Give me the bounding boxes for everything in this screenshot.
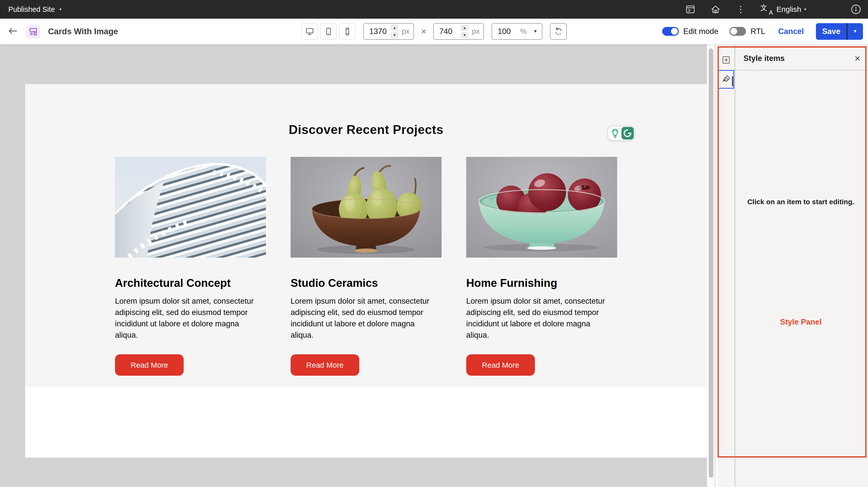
width-value[interactable]: 1370 — [369, 27, 387, 36]
card-body[interactable]: Lorem ipsum dolor sit amet, consectetur … — [115, 295, 261, 341]
pears-bowl-image[interactable] — [290, 157, 441, 258]
save-options-button[interactable]: ▼ — [847, 23, 863, 40]
card-body[interactable]: Lorem ipsum dolor sit amet, consectetur … — [466, 295, 613, 341]
preview-window-button[interactable] — [685, 4, 696, 15]
card-body[interactable]: Lorem ipsum dolor sit amet, consectetur … — [290, 295, 437, 341]
canvas-width-input[interactable]: 1370 ▲ ▼ px — [363, 23, 414, 40]
editor-toolbar: Cards With Image — [0, 19, 868, 44]
chevron-down-icon: ▼ — [533, 29, 537, 34]
editor-canvas[interactable]: Discover Recent Projects — [0, 44, 707, 487]
more-options-button[interactable]: ⋮ — [735, 4, 746, 15]
add-square-icon — [721, 55, 731, 65]
height-unit-label: px — [472, 27, 480, 35]
language-selector[interactable]: 文 A English ▾ — [760, 3, 806, 15]
desktop-view-button[interactable] — [301, 23, 318, 40]
scrollbar-thumb[interactable] — [709, 48, 713, 478]
read-more-button[interactable]: Read More — [466, 354, 535, 376]
section-heading[interactable]: Discover Recent Projects — [25, 84, 707, 137]
style-panel-annotation-label: Style Panel — [735, 318, 867, 326]
panel-strip-divider — [735, 44, 735, 487]
grammarly-widget[interactable] — [608, 126, 635, 141]
read-more-button[interactable]: Read More — [115, 354, 184, 376]
height-value[interactable]: 740 — [439, 27, 457, 36]
info-icon — [850, 3, 862, 15]
back-arrow-icon — [7, 25, 19, 36]
published-site-menu[interactable]: Published Site ▾ — [8, 5, 61, 13]
desktop-icon — [305, 27, 314, 36]
height-step-up-button[interactable]: ▲ — [461, 25, 469, 31]
widget-type-badge — [26, 25, 40, 38]
card-title[interactable]: Home Furnishing — [466, 277, 617, 289]
tablet-view-button[interactable] — [320, 23, 337, 40]
zoom-unit-label: % — [520, 27, 527, 35]
width-unit-label: px — [402, 27, 410, 35]
style-panel: Style items ✕ Click on an item to start … — [717, 44, 868, 487]
mobile-icon — [343, 27, 351, 36]
height-stepper: ▲ ▼ — [461, 25, 469, 38]
style-panel-highlight-border — [717, 46, 867, 458]
scrollbar-track-edge — [714, 44, 716, 487]
cards-row: Architectural Concept Lorem ipsum dolor … — [25, 157, 707, 376]
save-button-group: Save ▼ — [816, 23, 863, 40]
device-switcher — [301, 23, 356, 40]
chevron-down-icon: ▼ — [853, 29, 858, 34]
cards-section[interactable]: Discover Recent Projects — [25, 84, 707, 387]
reset-size-button[interactable] — [550, 23, 567, 40]
zoom-value: 100 — [498, 27, 520, 36]
zoom-select[interactable]: 100 % ▼ — [492, 23, 542, 40]
width-step-down-button[interactable]: ▼ — [391, 32, 399, 38]
panel-title: Style items — [743, 54, 785, 63]
home-button[interactable] — [710, 4, 721, 15]
rtl-toggle[interactable] — [730, 27, 746, 36]
edit-mode-toggle[interactable] — [662, 27, 679, 36]
suggestion-bulb-icon — [609, 127, 621, 139]
chevron-down-icon: ▾ — [59, 7, 61, 11]
add-item-button[interactable] — [717, 51, 735, 69]
width-step-up-button[interactable]: ▲ — [391, 25, 399, 31]
strip-scrollbar-thumb[interactable] — [732, 76, 733, 86]
card-home-furnishing[interactable]: Home Furnishing Lorem ipsum dolor sit am… — [466, 157, 617, 376]
translate-icon: 文 A — [760, 3, 773, 15]
mobile-view-button[interactable] — [339, 23, 356, 40]
top-bar: Published Site ▾ ⋮ 文 A English — [0, 0, 868, 19]
panel-header-divider — [735, 70, 868, 70]
browser-panel-icon — [685, 4, 696, 15]
height-step-down-button[interactable]: ▼ — [461, 32, 469, 38]
dimensions-separator: × — [421, 26, 426, 36]
toggle-knob — [731, 28, 737, 35]
canvas-height-input[interactable]: 740 ▲ ▼ px — [433, 23, 484, 40]
info-button[interactable] — [850, 4, 862, 15]
card-title[interactable]: Architectural Concept — [115, 277, 266, 289]
toggle-knob — [671, 28, 678, 35]
close-panel-button[interactable]: ✕ — [853, 54, 862, 63]
canvas-scrollbar[interactable] — [707, 44, 717, 487]
save-button[interactable]: Save — [816, 23, 847, 40]
kebab-menu-icon: ⋮ — [736, 5, 745, 14]
modern-building-image[interactable] — [115, 157, 266, 258]
published-site-label: Published Site — [8, 5, 55, 13]
language-label: English — [776, 5, 801, 13]
back-button[interactable] — [7, 25, 19, 37]
width-stepper: ▲ ▼ — [391, 25, 399, 38]
paintbrush-icon — [721, 74, 731, 84]
chevron-down-icon: ▾ — [804, 7, 806, 11]
close-icon: ✕ — [854, 54, 861, 63]
card-studio-ceramics[interactable]: Studio Ceramics Lorem ipsum dolor sit am… — [290, 157, 441, 376]
home-icon — [710, 3, 721, 15]
cards-widget-icon — [29, 27, 37, 35]
card-title[interactable]: Studio Ceramics — [290, 277, 441, 289]
edit-mode-label: Edit mode — [683, 27, 718, 36]
tablet-icon — [324, 27, 333, 36]
page-title: Cards With Image — [48, 27, 118, 36]
grammarly-g-icon — [621, 127, 634, 140]
refresh-icon — [554, 27, 563, 36]
site-preview-frame[interactable]: Discover Recent Projects — [25, 84, 707, 458]
panel-hint-text: Click on an item to start editing. — [735, 198, 867, 206]
card-architectural-concept[interactable]: Architectural Concept Lorem ipsum dolor … — [115, 157, 266, 376]
plums-bowl-image[interactable] — [466, 157, 617, 258]
rtl-label: RTL — [750, 27, 765, 36]
cancel-button[interactable]: Cancel — [778, 27, 804, 36]
read-more-button[interactable]: Read More — [290, 354, 359, 376]
